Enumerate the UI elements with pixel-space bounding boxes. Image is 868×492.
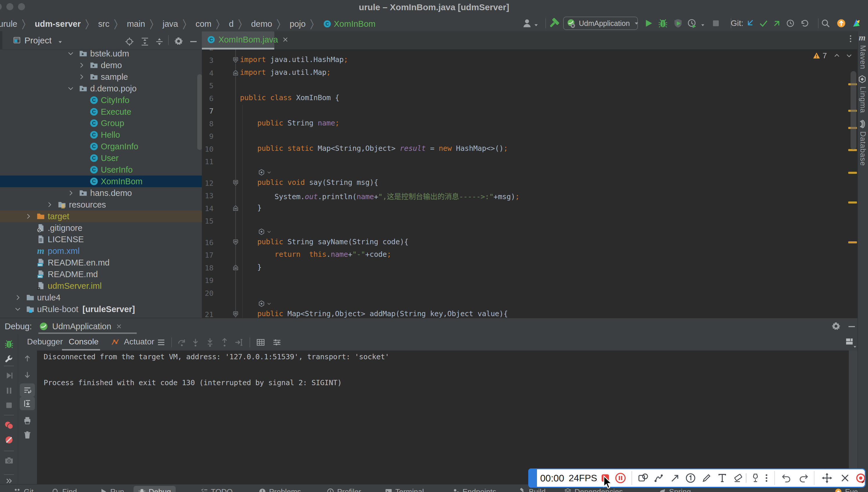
tree-expand-chevron-icon[interactable] <box>78 73 85 80</box>
recorder-eraser-tool[interactable] <box>733 473 743 483</box>
rerun-debug-button[interactable] <box>4 339 14 349</box>
tree-item-pom.xml[interactable]: mpom.xml <box>0 245 202 257</box>
mute-breakpoints-button[interactable] <box>4 435 14 445</box>
evaluate-expression-button[interactable] <box>256 338 265 347</box>
tool-window-button-find[interactable]: Find <box>47 486 82 492</box>
tool-window-button-terminal[interactable]: Terminal <box>380 486 428 492</box>
fold-marker-icon[interactable] <box>232 57 239 63</box>
user-icon[interactable] <box>522 18 533 28</box>
git-commit-button[interactable] <box>759 18 768 28</box>
user-dropdown-caret-icon[interactable] <box>533 22 539 28</box>
profiler-button[interactable] <box>687 18 697 28</box>
recorder-more-menu[interactable] <box>762 473 771 483</box>
debug-tab-actuator[interactable]: Actuator <box>124 337 154 346</box>
project-panel-title[interactable]: Project <box>24 35 52 45</box>
build-hammer-icon[interactable] <box>548 18 559 29</box>
fold-marker-icon[interactable] <box>232 180 239 186</box>
recorder-counter-tool[interactable] <box>685 473 696 483</box>
select-opened-file-button[interactable] <box>125 37 134 46</box>
fold-marker-icon[interactable] <box>232 205 239 211</box>
force-step-into-button[interactable] <box>205 338 215 347</box>
layout-caret-icon[interactable] <box>852 344 858 349</box>
tree-item-d.demo.pojo[interactable]: d.demo.pojo <box>0 83 202 94</box>
recorder-close-button[interactable] <box>840 473 850 483</box>
pause-button[interactable] <box>5 386 14 395</box>
next-occurrence-button[interactable] <box>23 371 32 379</box>
editor[interactable]: 23import java.util.HashMap;4import java.… <box>202 49 858 318</box>
step-out-button[interactable] <box>220 338 229 347</box>
inspections-widget[interactable]: 7 <box>813 51 855 60</box>
hide-panel-button[interactable] <box>189 37 198 46</box>
coverage-button[interactable] <box>673 18 683 28</box>
scroll-to-end-button[interactable] <box>23 399 32 408</box>
fold-marker-icon[interactable] <box>232 311 239 317</box>
inlay-expand-chevron-icon[interactable] <box>266 301 272 306</box>
fold-marker-icon[interactable] <box>232 239 239 245</box>
tool-window-button-endpoints[interactable]: Endpoints <box>447 486 501 492</box>
recorder-drag-handle[interactable] <box>528 468 537 488</box>
tree-expand-chevron-icon[interactable] <box>78 62 85 69</box>
debug-tab-debugger[interactable]: Debugger <box>27 337 63 346</box>
collapse-all-button[interactable] <box>155 37 164 46</box>
tree-item-urule4[interactable]: urule4 <box>0 292 202 303</box>
tree-expand-chevron-icon[interactable] <box>46 201 53 208</box>
tree-item-README.en.md[interactable]: MDREADME.en.md <box>0 257 202 268</box>
step-into-button[interactable] <box>191 338 200 347</box>
prev-occurrence-button[interactable] <box>23 354 32 363</box>
recorder-scribble-tool[interactable] <box>654 473 664 483</box>
recorder-pause-button[interactable] <box>615 472 626 484</box>
tree-item-XomInBom[interactable]: CXomInBom <box>0 176 202 187</box>
tree-collapse-chevron-icon[interactable] <box>14 306 21 313</box>
inlay-expand-chevron-icon[interactable] <box>266 170 272 175</box>
tree-item-User[interactable]: CUser <box>0 152 202 164</box>
tree-item-udmServer.iml[interactable]: udmServer.iml <box>0 280 202 292</box>
tab-close-icon[interactable] <box>282 36 289 43</box>
tree-item-target[interactable]: target <box>0 211 202 222</box>
editor-tab-active[interactable]: CXomInBom.java <box>202 31 274 48</box>
debug-button[interactable] <box>658 18 668 28</box>
recorder-move-button[interactable] <box>821 472 833 484</box>
step-over-button[interactable] <box>177 338 186 347</box>
lingma-inlay-icon[interactable] <box>258 228 265 236</box>
project-settings-button[interactable] <box>174 37 183 46</box>
tool-window-button-problems[interactable]: Problems <box>254 486 306 492</box>
ide-update-badge[interactable] <box>836 18 846 28</box>
recorder-undo-button[interactable] <box>781 473 792 483</box>
project-views-caret-icon[interactable] <box>57 39 63 45</box>
debug-session-close-icon[interactable] <box>115 323 123 330</box>
editor-options-menu-icon[interactable] <box>846 34 855 43</box>
tree-item-Hello[interactable]: CHello <box>0 129 202 141</box>
editor-scrollbar-thumb[interactable] <box>850 71 857 150</box>
debug-hide-button[interactable] <box>847 322 857 331</box>
search-everywhere-button[interactable] <box>821 18 831 28</box>
lingma-inlay-icon[interactable] <box>258 300 265 308</box>
recorder-shapes-tool[interactable] <box>638 473 648 483</box>
recorder-text-tool[interactable] <box>717 473 728 483</box>
run-to-cursor-button[interactable] <box>234 338 244 347</box>
lingma-inlay-hint[interactable] <box>258 300 272 308</box>
tree-item-uRule-boot[interactable]: uRule-boot [uruleServer] <box>0 303 202 315</box>
tool-window-button-git[interactable]: Git <box>9 486 38 492</box>
history-button[interactable] <box>786 19 795 28</box>
debug-session-tab[interactable]: UdmApplication <box>39 322 123 331</box>
stop-process-button[interactable] <box>5 401 14 410</box>
tree-item-hans.demo[interactable]: hans.demo <box>0 187 202 199</box>
tool-window-button-todo[interactable]: TODO <box>196 486 237 492</box>
profiler-caret-icon[interactable] <box>700 22 706 28</box>
tool-window-button-profiler[interactable]: Profiler <box>322 486 366 492</box>
lingma-inlay-icon[interactable] <box>258 169 265 176</box>
recorder-redo-button[interactable] <box>798 473 809 483</box>
prev-warning-chevron-icon[interactable] <box>833 52 841 59</box>
tree-expand-chevron-icon[interactable] <box>67 190 74 197</box>
run-button[interactable] <box>644 18 654 28</box>
tool-stripe-button-maven[interactable]: mMaven <box>858 33 868 69</box>
view-breakpoints-button[interactable] <box>4 420 14 430</box>
recorder-arrow-tool[interactable] <box>670 473 680 483</box>
tree-expand-chevron-icon[interactable] <box>25 213 32 220</box>
fold-marker-icon[interactable] <box>232 264 239 271</box>
git-update-button[interactable] <box>745 18 755 28</box>
lingma-inlay-hint[interactable] <box>258 228 272 236</box>
tree-item-.gitignore[interactable]: .gitignore <box>0 222 202 234</box>
thread-dump-button[interactable] <box>4 456 14 465</box>
tree-expand-chevron-icon[interactable] <box>14 294 21 301</box>
